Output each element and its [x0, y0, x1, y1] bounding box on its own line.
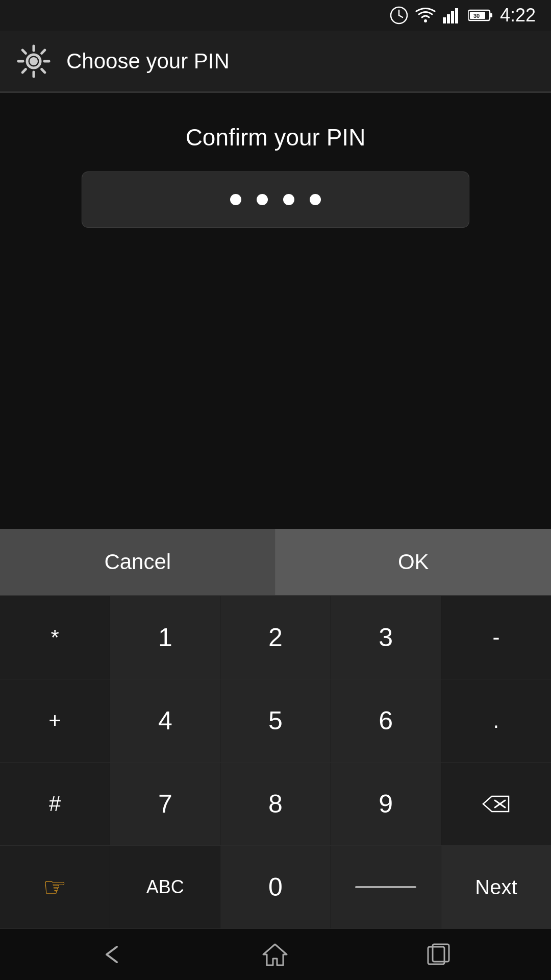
- key-period[interactable]: .: [441, 679, 551, 762]
- key-1[interactable]: 1: [110, 596, 220, 679]
- key-hash[interactable]: #: [0, 763, 110, 845]
- svg-rect-9: [490, 13, 492, 17]
- svg-text:30: 30: [473, 13, 480, 19]
- pin-dot-2: [257, 194, 268, 205]
- key-9[interactable]: 9: [331, 763, 441, 845]
- wifi-icon: [415, 7, 436, 23]
- keyboard-row-3: # 7 8 9: [0, 763, 551, 846]
- key-abc[interactable]: ABC: [110, 846, 220, 928]
- key-7[interactable]: 7: [110, 763, 220, 845]
- key-8[interactable]: 8: [220, 763, 331, 845]
- svg-rect-4: [443, 17, 446, 23]
- confirm-title: Confirm your PIN: [186, 124, 366, 151]
- svg-rect-6: [451, 11, 454, 23]
- main-wrapper: Confirm your PIN Cancel OK * 1 2 3 - + 4…: [0, 92, 551, 929]
- svg-point-3: [424, 19, 427, 22]
- status-icons: 30 4:22: [390, 5, 536, 26]
- status-time: 4:22: [500, 5, 536, 26]
- toolbar: Choose your PIN: [0, 31, 551, 92]
- toolbar-title: Choose your PIN: [66, 49, 230, 74]
- settings-gear-icon: [15, 43, 52, 80]
- key-5[interactable]: 5: [220, 679, 331, 762]
- key-3[interactable]: 3: [331, 596, 441, 679]
- pin-dot-1: [230, 194, 241, 205]
- key-6[interactable]: 6: [331, 679, 441, 762]
- signal-icon: [443, 7, 461, 23]
- key-swipe[interactable]: ☞: [0, 846, 110, 928]
- key-plus[interactable]: +: [0, 679, 110, 762]
- cancel-button[interactable]: Cancel: [0, 529, 276, 595]
- svg-rect-5: [447, 14, 450, 23]
- svg-point-13: [30, 57, 38, 65]
- ok-button[interactable]: OK: [276, 529, 552, 595]
- pin-dot-3: [283, 194, 294, 205]
- key-2[interactable]: 2: [220, 596, 331, 679]
- swipe-icon: ☞: [43, 872, 67, 902]
- svg-line-2: [399, 15, 403, 17]
- battery-icon: 30: [468, 8, 493, 22]
- keyboard-row-1: * 1 2 3 -: [0, 596, 551, 679]
- key-backspace[interactable]: [441, 763, 551, 845]
- keyboard-row-4: ☞ ABC 0 Next: [0, 846, 551, 929]
- key-space[interactable]: [331, 846, 441, 928]
- status-bar: 30 4:22: [0, 0, 551, 31]
- backspace-icon: [481, 794, 511, 814]
- pin-dot-4: [310, 194, 321, 205]
- key-0[interactable]: 0: [220, 846, 331, 928]
- svg-rect-7: [455, 8, 458, 23]
- pin-input[interactable]: [82, 172, 469, 228]
- keyboard-row-2: + 4 5 6 .: [0, 679, 551, 763]
- nav-bar: [0, 929, 551, 980]
- recent-apps-button[interactable]: [425, 942, 452, 967]
- content-area: Confirm your PIN: [0, 92, 551, 529]
- key-4[interactable]: 4: [110, 679, 220, 762]
- back-button[interactable]: [99, 942, 124, 967]
- space-bar-line: [355, 886, 416, 888]
- action-buttons: Cancel OK: [0, 529, 551, 595]
- key-minus[interactable]: -: [441, 596, 551, 679]
- home-button[interactable]: [261, 942, 289, 967]
- key-next[interactable]: Next: [441, 846, 551, 928]
- key-asterisk[interactable]: *: [0, 596, 110, 679]
- keyboard: * 1 2 3 - + 4 5 6 . # 7 8 9: [0, 595, 551, 929]
- clock-icon: [390, 6, 408, 24]
